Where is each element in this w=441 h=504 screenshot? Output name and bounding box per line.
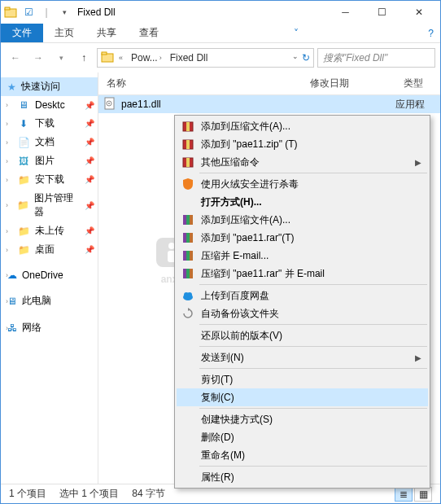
maximize-button[interactable]: ☐ [364, 1, 400, 24]
tree-item[interactable]: ›📁桌面📌 [1, 240, 98, 259]
properties-icon[interactable]: ☑ [22, 6, 35, 19]
context-menu-item[interactable]: 压缩并 E-mail... [177, 247, 428, 265]
context-menu-item[interactable]: 其他压缩命令▶ [177, 153, 428, 171]
folder-icon: 📁 [17, 199, 29, 212]
svg-rect-21 [190, 233, 193, 243]
context-menu-item[interactable]: 删除(D) [177, 428, 428, 446]
context-menu-item[interactable]: 添加到 "pae11.zip" (T) [177, 135, 428, 153]
pin-icon: 📌 [85, 156, 94, 165]
archive-books-icon [180, 248, 196, 264]
ribbon-tab-share[interactable]: 共享 [85, 24, 128, 42]
col-name[interactable]: 名称 [98, 77, 302, 90]
submenu-arrow-icon: ▶ [415, 353, 421, 362]
tree-this-pc[interactable]: ›🖥此电脑 [1, 291, 98, 310]
status-size: 84 字节 [132, 487, 165, 501]
svg-rect-11 [186, 122, 190, 131]
context-menu-item[interactable]: 打开方式(H)... [177, 193, 428, 211]
forward-button[interactable]: → [28, 48, 48, 68]
file-row[interactable]: pae11.dll 应用程 [98, 95, 440, 113]
context-menu-item[interactable]: 创建快捷方式(S) [177, 410, 428, 428]
col-date[interactable]: 修改日期 [302, 77, 395, 90]
context-menu-item[interactable]: 添加到压缩文件(A)... [177, 211, 428, 229]
tree-quick-access[interactable]: ★ 快速访问 [1, 77, 98, 96]
address-bar[interactable]: « Pow...› Fixed Dll ⌄ ↻ [97, 48, 314, 68]
context-menu-item[interactable]: 还原以前的版本(V) [177, 327, 428, 344]
context-menu-item[interactable]: 压缩到 "pae11.rar" 并 E-mail [177, 265, 428, 283]
star-icon: ★ [7, 81, 16, 93]
folder-icon [101, 50, 114, 66]
status-selection: 选中 1 个项目 [59, 487, 119, 501]
tree-item[interactable]: ›🖼图片📌 [1, 151, 98, 170]
ribbon-tab-file[interactable]: 文件 [1, 24, 43, 42]
tree-network[interactable]: ›🖧网络 [1, 318, 98, 337]
svg-point-30 [187, 292, 192, 297]
pin-icon: 📌 [85, 138, 94, 147]
folder-icon: 📁 [17, 243, 30, 256]
context-menu-item[interactable]: 自动备份该文件夹 [177, 305, 428, 322]
context-menu-item[interactable]: 使用火绒安全进行杀毒 [177, 175, 428, 193]
svg-rect-25 [183, 269, 186, 278]
context-menu-item[interactable]: 上传到百度网盘 [177, 287, 428, 305]
tree-onedrive[interactable]: ›☁OneDrive [1, 267, 98, 283]
breadcrumb-root[interactable]: « [116, 54, 126, 62]
svg-rect-27 [190, 269, 193, 278]
window-title: Fixed Dll [77, 7, 116, 18]
pin-icon: 📌 [85, 119, 94, 128]
col-type[interactable]: 类型 [395, 77, 431, 90]
close-button[interactable]: ✕ [400, 1, 437, 24]
pin-icon: 📌 [85, 245, 94, 254]
svg-rect-1 [5, 7, 10, 10]
context-menu-item[interactable]: 重命名(M) [177, 446, 428, 464]
breadcrumb-item[interactable]: Fixed Dll [167, 52, 212, 64]
context-menu-item[interactable]: 属性(R) [177, 468, 428, 486]
tree-item[interactable]: ›🖥Desktc📌 [1, 96, 98, 114]
file-name: pae11.dll [121, 99, 161, 110]
pin-icon: 📌 [85, 101, 94, 110]
cloud-icon: ☁ [7, 270, 17, 281]
archive-books-icon [180, 265, 196, 282]
up-button[interactable]: ↑ [74, 48, 94, 68]
ribbon-tab-view[interactable]: 查看 [128, 24, 170, 42]
ribbon-expand-icon[interactable]: ˅ [287, 24, 305, 42]
svg-rect-15 [186, 158, 190, 167]
tree-item[interactable]: ›📁未上传📌 [1, 221, 98, 240]
context-menu-item[interactable]: 发送到(N)▶ [177, 348, 428, 366]
search-input[interactable]: 搜索"Fixed Dll" [317, 48, 435, 68]
tree-item[interactable]: ›⬇下载📌 [1, 114, 98, 133]
folder-icon: 🖼 [17, 155, 30, 168]
view-icons-button[interactable]: ▦ [414, 487, 432, 502]
archive-books-icon [180, 212, 196, 228]
svg-rect-23 [186, 251, 190, 261]
folder-icon: 📄 [17, 136, 30, 149]
refresh-icon[interactable]: ↻ [302, 52, 310, 64]
ribbon-tab-home[interactable]: 主页 [43, 24, 85, 42]
context-menu-item[interactable]: 复制(C) [177, 388, 428, 406]
cloud-blue-icon [180, 287, 196, 304]
qat-dropdown-icon[interactable]: ▾ [58, 6, 71, 19]
ribbon-help-icon[interactable]: ? [421, 24, 440, 42]
context-menu-item[interactable]: 添加到 "pae11.rar"(T) [177, 229, 428, 247]
view-details-button[interactable]: ≣ [395, 487, 413, 502]
svg-rect-17 [186, 215, 190, 225]
ribbon-tabs: 文件 主页 共享 查看 ˅ ? [1, 24, 440, 43]
submenu-arrow-icon: ▶ [415, 158, 421, 167]
sync-grey-icon [180, 305, 196, 322]
pin-icon: 📌 [85, 201, 94, 210]
archive-red-icon [180, 136, 196, 152]
tree-item[interactable]: ›📁安下载📌 [1, 170, 98, 189]
back-button[interactable]: ← [6, 48, 25, 68]
column-headers: 名称 修改日期 类型 [98, 72, 440, 95]
svg-rect-26 [186, 269, 190, 278]
svg-rect-20 [186, 233, 190, 243]
breadcrumb-item[interactable]: Pow...› [128, 52, 165, 64]
recent-dropdown[interactable]: ▾ [51, 48, 71, 68]
quick-access-toolbar: ☑ | ▾ [4, 6, 71, 19]
tree-item[interactable]: ›📄文档📌 [1, 133, 98, 151]
address-dropdown-icon[interactable]: ⌄ [292, 52, 299, 64]
status-count: 1 个项目 [9, 487, 46, 501]
context-menu-item[interactable]: 添加到压缩文件(A)... [177, 117, 428, 135]
context-menu-item[interactable]: 剪切(T) [177, 370, 428, 388]
minimize-button[interactable]: ─ [327, 1, 364, 24]
tree-item[interactable]: ›📁图片管理器📌 [1, 189, 98, 221]
shield-orange-icon [180, 176, 196, 192]
